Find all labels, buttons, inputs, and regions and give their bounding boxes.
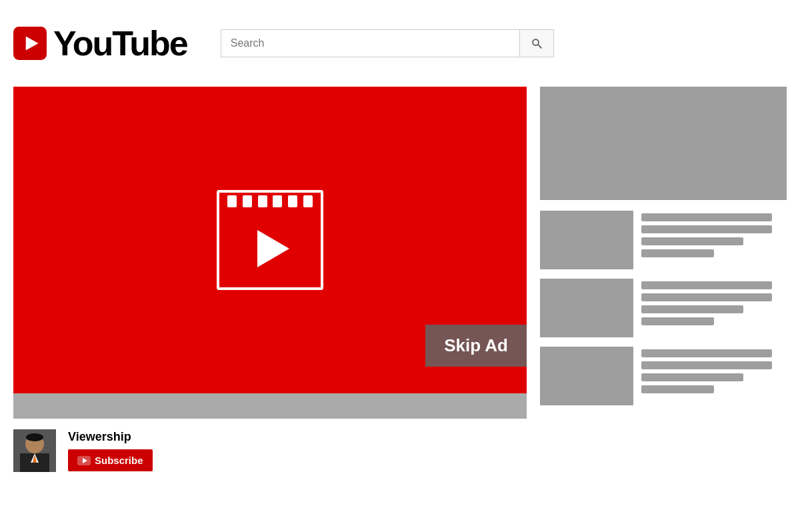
related-title-line-2 — [641, 225, 772, 233]
logo-area: YouTube — [13, 23, 187, 63]
left-column: Skip Ad — [13, 87, 527, 532]
search-icon — [531, 37, 543, 49]
related-title-line-1 — [641, 281, 772, 289]
video-progress-bar[interactable] — [13, 393, 527, 419]
right-column — [540, 87, 787, 532]
related-thumbnail — [540, 347, 633, 405]
youtube-logo-icon — [13, 27, 47, 60]
search-input[interactable] — [221, 29, 519, 57]
film-tooth-2 — [243, 195, 252, 207]
channel-avatar — [13, 429, 56, 472]
related-item[interactable] — [540, 347, 787, 405]
film-tooth-1 — [227, 195, 237, 207]
related-views-line — [641, 385, 714, 393]
related-channel-line — [641, 305, 743, 313]
banner-advertisement — [540, 87, 787, 200]
subscribe-label: Subscribe — [95, 455, 143, 466]
search-area — [221, 29, 554, 57]
film-top — [217, 190, 323, 210]
play-triangle-icon — [257, 230, 289, 267]
related-videos-list — [540, 211, 787, 405]
film-body — [217, 210, 323, 290]
related-title-line-2 — [641, 361, 772, 369]
related-meta — [641, 279, 787, 325]
related-channel-line — [641, 237, 743, 245]
related-title-line-1 — [641, 349, 772, 357]
related-title-line-1 — [641, 213, 772, 221]
related-item[interactable] — [540, 279, 787, 337]
svg-line-3 — [538, 45, 541, 48]
film-tooth-3 — [258, 195, 267, 207]
channel-info: Viewership Subscribe — [13, 419, 527, 483]
related-title-line-2 — [641, 293, 772, 301]
skip-ad-button[interactable]: Skip Ad — [425, 325, 527, 367]
related-thumbnail — [540, 279, 633, 337]
video-player[interactable]: Skip Ad — [13, 87, 527, 393]
channel-name: Viewership — [68, 430, 153, 444]
subscribe-button[interactable]: Subscribe — [68, 449, 153, 471]
svg-point-10 — [26, 433, 43, 441]
related-meta — [641, 211, 787, 257]
avatar-image — [13, 429, 56, 472]
related-views-line — [641, 317, 714, 325]
subscribe-yt-icon — [77, 456, 91, 465]
related-meta — [641, 347, 787, 393]
film-tooth-5 — [288, 195, 297, 207]
film-tooth-6 — [303, 195, 313, 207]
film-tooth-4 — [273, 195, 282, 207]
related-views-line — [641, 249, 714, 257]
related-channel-line — [641, 373, 743, 381]
main-content: Skip Ad — [0, 87, 800, 532]
video-play-icon — [217, 190, 323, 290]
header: YouTube — [0, 0, 800, 87]
related-item[interactable] — [540, 211, 787, 269]
search-button[interactable] — [519, 29, 554, 57]
youtube-title: YouTube — [53, 23, 187, 63]
related-thumbnail — [540, 211, 633, 269]
channel-details: Viewership Subscribe — [68, 430, 153, 471]
